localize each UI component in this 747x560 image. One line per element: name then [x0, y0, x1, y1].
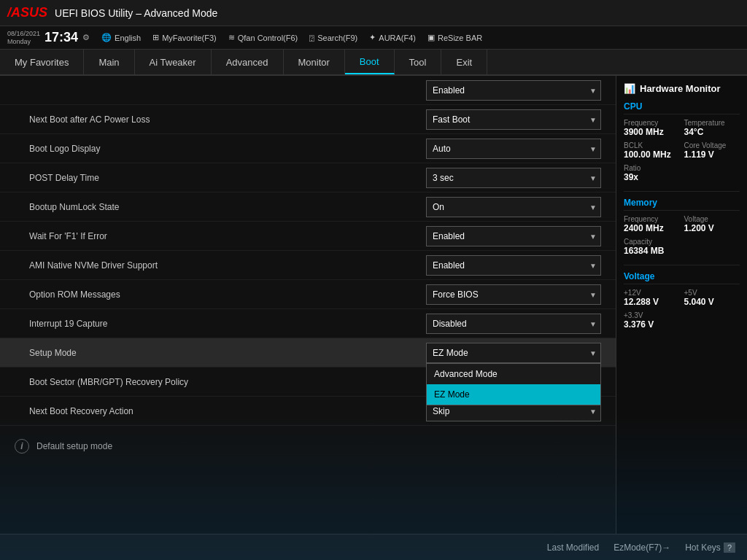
tab-boot[interactable]: Boot: [345, 50, 395, 74]
fan-icon: ≋: [228, 33, 235, 42]
my-favorite-btn[interactable]: ⊞ MyFavorite(F3): [152, 33, 217, 42]
resize-icon: ▣: [427, 33, 435, 42]
post-delay-row: POST Delay Time 3 sec 0 sec 5 sec ▼: [0, 163, 616, 192]
last-modified-label: Last Modified: [547, 542, 599, 553]
language-selector[interactable]: 🌐 English: [101, 33, 141, 42]
hot-keys-button[interactable]: Hot Keys ?: [685, 542, 735, 553]
v33-item: +3.3V 3.376 V: [624, 311, 740, 330]
qfan-label: Qfan Control(F6): [238, 34, 298, 42]
setup-mode-select[interactable]: EZ Mode Advanced Mode: [426, 343, 601, 363]
main-content: Enabled ▼ Next Boot after AC Power Loss …: [0, 76, 747, 534]
tab-main[interactable]: Main: [84, 50, 134, 74]
top-partial-dropdown[interactable]: Enabled ▼: [426, 80, 601, 101]
interrupt-select[interactable]: Disabled Enabled: [426, 314, 601, 334]
mem-cap-label: Capacity: [624, 238, 740, 246]
setup-mode-option-advanced[interactable]: Advanced Mode: [427, 364, 600, 384]
cpu-corevolt-label: Core Voltage: [684, 141, 740, 149]
bios-title: UEFI BIOS Utility – Advanced Mode: [55, 7, 740, 19]
settings-panel: Enabled ▼ Next Boot after AC Power Loss …: [0, 76, 616, 534]
option-rom-select[interactable]: Force BIOS Keep Current: [426, 284, 601, 305]
numlock-label: Bootup NumLock State: [15, 202, 426, 212]
option-rom-label: Option ROM Messages: [15, 289, 426, 300]
cpu-freq-item: Frequency 3900 MHz: [624, 119, 680, 137]
cpu-freq-label: Frequency: [624, 119, 680, 127]
cpu-ratio-item: Ratio 39x: [624, 164, 740, 182]
mem-volt-divider: [624, 265, 740, 265]
info-bar: 08/16/2021 Monday 17:34 ⚙ 🌐 English ⊞ My…: [0, 26, 747, 50]
aura-icon: ✦: [369, 33, 376, 42]
ami-nvme-label: AMI Native NVMe Driver Support: [15, 260, 426, 271]
bottom-bar: Last Modified EzMode(F7)→ Hot Keys ?: [0, 534, 747, 560]
boot-logo-select[interactable]: Auto Disabled: [426, 139, 601, 159]
voltage-section: Voltage +12V 12.288 V +5V 5.040 V +3.3V …: [624, 271, 740, 330]
numlock-dropdown[interactable]: On Off ▼: [426, 197, 601, 217]
post-delay-select[interactable]: 3 sec 0 sec 5 sec: [426, 168, 601, 188]
ami-nvme-select[interactable]: Enabled Disabled: [426, 255, 601, 276]
next-boot-ac-dropdown[interactable]: Fast Boot Normal Boot ▼: [426, 109, 601, 130]
cpu-corevolt-item: Core Voltage 1.119 V: [684, 141, 740, 160]
resize-bar-btn[interactable]: ▣ ReSize BAR: [427, 33, 482, 42]
tab-ai-tweaker[interactable]: Ai Tweaker: [135, 50, 212, 74]
cpu-section-title: CPU: [624, 101, 740, 114]
setup-mode-dropdown-wrapper[interactable]: EZ Mode Advanced Mode ▼: [426, 343, 601, 363]
tab-tool[interactable]: Tool: [395, 50, 442, 74]
v5-item: +5V 5.040 V: [684, 289, 740, 307]
search-icon: ⍰: [309, 34, 314, 42]
option-rom-dropdown[interactable]: Force BIOS Keep Current ▼: [426, 284, 601, 305]
numlock-select[interactable]: On Off: [426, 197, 601, 217]
hw-monitor-icon: 📊: [624, 83, 635, 94]
boot-logo-dropdown[interactable]: Auto Disabled ▼: [426, 139, 601, 159]
hot-keys-label: Hot Keys: [685, 542, 721, 553]
wait-f1-select[interactable]: Enabled Disabled: [426, 226, 601, 246]
mem-cap-item: Capacity 16384 MB: [624, 238, 740, 256]
tab-monitor[interactable]: Monitor: [284, 50, 345, 74]
ez-mode-button[interactable]: EzMode(F7)→: [614, 542, 670, 553]
wait-f1-dropdown[interactable]: Enabled Disabled ▼: [426, 226, 601, 246]
cpu-grid: Frequency 3900 MHz Temperature 34°C BCLK…: [624, 119, 740, 160]
nav-tabs: My Favorites Main Ai Tweaker Advanced Mo…: [0, 50, 747, 76]
v12-label: +12V: [624, 289, 680, 297]
interrupt-dropdown[interactable]: Disabled Enabled ▼: [426, 314, 601, 334]
tab-advanced[interactable]: Advanced: [212, 50, 284, 74]
search-btn[interactable]: ⍰ Search(F9): [309, 34, 357, 42]
search-label: Search(F9): [317, 34, 357, 42]
setup-mode-label: Setup Mode: [15, 348, 426, 358]
next-boot-recovery-label: Next Boot Recovery Action: [15, 406, 426, 416]
mem-volt-label: Voltage: [684, 215, 740, 223]
tab-exit[interactable]: Exit: [441, 50, 487, 74]
ami-nvme-row: AMI Native NVMe Driver Support Enabled D…: [0, 251, 616, 280]
option-rom-row: Option ROM Messages Force BIOS Keep Curr…: [0, 280, 616, 309]
globe-icon: 🌐: [101, 33, 112, 42]
cpu-ratio-value: 39x: [624, 172, 740, 182]
settings-gear-icon[interactable]: ⚙: [82, 33, 90, 42]
favorite-label: MyFavorite(F3): [162, 34, 217, 42]
cpu-temp-value: 34°C: [684, 127, 740, 137]
next-boot-ac-select[interactable]: Fast Boot Normal Boot: [426, 109, 601, 130]
top-partial-select[interactable]: Enabled: [426, 80, 601, 101]
mem-freq-value: 2400 MHz: [624, 223, 680, 233]
memory-section-title: Memory: [624, 198, 740, 211]
hot-keys-icon: ?: [724, 542, 735, 553]
setup-mode-option-ez[interactable]: EZ Mode: [427, 384, 600, 405]
post-delay-dropdown[interactable]: 3 sec 0 sec 5 sec ▼: [426, 168, 601, 188]
mem-volt-item: Voltage 1.200 V: [684, 215, 740, 233]
info-text: Default setup mode: [36, 441, 112, 451]
memory-grid: Frequency 2400 MHz Voltage 1.200 V: [624, 215, 740, 233]
datetime-display: 08/16/2021 Monday 17:34 ⚙: [7, 30, 90, 46]
ami-nvme-dropdown[interactable]: Enabled Disabled ▼: [426, 255, 601, 276]
voltage-grid: +12V 12.288 V +5V 5.040 V: [624, 289, 740, 307]
boot-logo-label: Boot Logo Display: [15, 144, 426, 154]
day-display: Monday: [7, 38, 40, 46]
language-label: English: [115, 34, 141, 42]
qfan-control-btn[interactable]: ≋ Qfan Control(F6): [228, 33, 298, 42]
aura-btn[interactable]: ✦ AURA(F4): [369, 33, 416, 42]
next-boot-ac-label: Next Boot after AC Power Loss: [15, 114, 426, 125]
asus-logo: /ASUS: [7, 5, 47, 20]
v5-label: +5V: [684, 289, 740, 297]
aura-label: AURA(F4): [379, 34, 416, 42]
tab-favorites[interactable]: My Favorites: [0, 50, 84, 74]
favorite-icon: ⊞: [152, 33, 159, 42]
mem-freq-item: Frequency 2400 MHz: [624, 215, 680, 233]
mem-cap-value: 16384 MB: [624, 246, 740, 256]
top-partial-row: Enabled ▼: [0, 76, 616, 105]
